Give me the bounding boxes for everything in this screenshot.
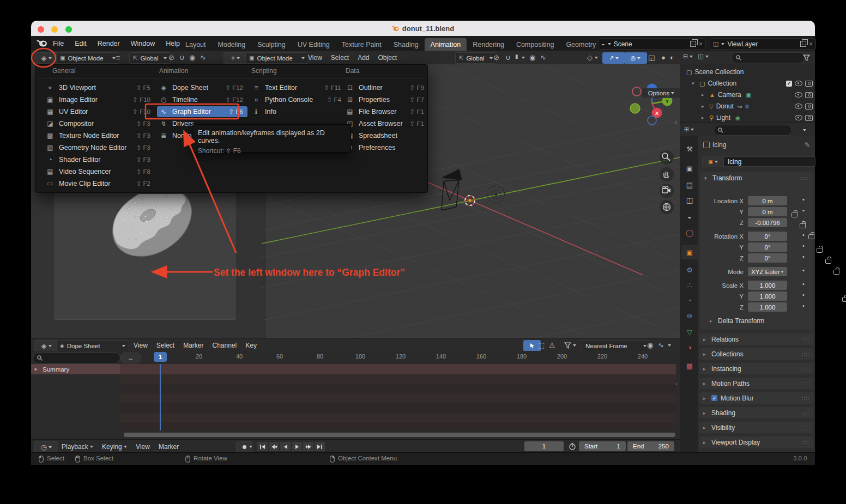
overlays-toggle[interactable]: ◎ xyxy=(624,52,647,64)
falloff-curve-icon[interactable]: ∿ xyxy=(200,54,206,61)
menu-playback[interactable]: Playback xyxy=(57,440,98,453)
animate-dot-icon[interactable]: • xyxy=(802,302,805,309)
scale-y-field[interactable]: 1.000 xyxy=(748,292,787,301)
panel-shading[interactable]: ▸Shading:::: xyxy=(699,407,813,418)
tab-rendering[interactable]: Rendering xyxy=(467,38,510,51)
disclosure-triangle-icon[interactable]: ▸ xyxy=(702,92,706,98)
outliner-label[interactable]: Donut xyxy=(716,102,734,110)
viewlayer-selector[interactable]: ◫ ViewLayer × xyxy=(710,38,816,50)
main-orientation-select[interactable]: ⇱ Global xyxy=(455,52,497,64)
menu-item-file-browser[interactable]: ▤File Browser⇧ F1 xyxy=(343,106,428,117)
panel-motion-paths[interactable]: ▸Motion Paths:::: xyxy=(699,378,813,389)
pivot-point-icon[interactable]: ⊘ xyxy=(168,54,174,61)
current-frame-line[interactable] xyxy=(160,364,161,430)
tab-view-layer[interactable]: ◫ xyxy=(681,193,698,207)
menu-marker[interactable]: Marker xyxy=(179,338,208,352)
menu-window[interactable]: Window xyxy=(125,36,160,51)
menu-item-uv-editor[interactable]: ▦UV Editor⇧ F10 xyxy=(44,106,155,117)
menu-keying[interactable]: Keying xyxy=(98,440,131,453)
tab-physics[interactable]: ◔ xyxy=(681,293,698,307)
options-dropdown[interactable]: Options xyxy=(642,88,680,98)
tab-constraints[interactable]: ⊚ xyxy=(681,308,698,323)
horizontal-scrollbar[interactable] xyxy=(124,433,675,437)
panel-instancing[interactable]: ▸Instancing:::: xyxy=(699,363,813,374)
tab-texture-paint[interactable]: Texture Paint xyxy=(336,38,388,51)
end-frame-field[interactable]: End250 xyxy=(627,441,674,451)
disable-render-camera-icon[interactable] xyxy=(805,81,813,87)
chevron-down-icon[interactable] xyxy=(803,129,806,131)
tab-scene[interactable]: ◒ xyxy=(681,209,698,223)
rotation-z-field[interactable]: 0° xyxy=(748,253,787,263)
menu-view[interactable]: View xyxy=(131,440,154,453)
previous-keyframe-button[interactable] xyxy=(268,441,280,452)
tab-object-data[interactable]: ▽ xyxy=(681,325,698,339)
menu-item-shader-editor[interactable]: ◔Shader Editor⇧ F3 xyxy=(44,154,155,165)
tab-shading[interactable]: Shading xyxy=(388,38,425,51)
tab-geometry-nodes[interactable]: Geometry Nodes xyxy=(560,38,597,51)
left-orientation-select[interactable]: ⇱ Global xyxy=(129,52,171,64)
outliner-row-light[interactable]: ▸ ⚲ Light ◉ xyxy=(702,112,813,123)
lock-icon[interactable] xyxy=(791,212,797,217)
shading-solid-icon[interactable]: ● xyxy=(661,54,666,61)
tab-world[interactable]: ◯ xyxy=(681,226,698,240)
next-keyframe-button[interactable] xyxy=(303,441,314,452)
outliner-row-donut[interactable]: ▸ ▽ Donut ↝ ⚙ xyxy=(702,101,813,112)
menu-select[interactable]: Select xyxy=(152,338,179,352)
menu-item-image-editor[interactable]: ▣Image Editor⇧ F10 xyxy=(44,94,155,105)
pin-icon[interactable]: ✎ xyxy=(805,141,810,149)
shading-material-icon[interactable]: ◐ xyxy=(670,54,674,61)
animate-dot-icon[interactable]: • xyxy=(802,196,805,203)
tab-layout[interactable]: Layout xyxy=(179,38,212,51)
proportional-editing-icon[interactable]: ◉ xyxy=(529,54,535,61)
duplicate-viewlayer-icon[interactable] xyxy=(800,41,806,47)
falloff-curve-icon[interactable]: ∿ xyxy=(540,54,546,61)
menu-item-texture-node-editor[interactable]: ▩Texture Node Editor⇧ F3 xyxy=(44,130,155,141)
outliner-label[interactable]: Light xyxy=(716,114,730,122)
play-button[interactable] xyxy=(291,441,303,452)
location-x-field[interactable]: 0 m xyxy=(748,196,787,205)
panel-viewport-display[interactable]: ▸Viewport Display:::: xyxy=(699,436,813,448)
stopwatch-icon[interactable] xyxy=(569,442,576,450)
left-mode-select[interactable]: ▣ Object Mode xyxy=(56,52,119,64)
object-id-icon-button[interactable]: ▣ xyxy=(702,156,724,167)
editor-type-button[interactable]: ◈ xyxy=(34,52,58,64)
menu-item-compositor[interactable]: ◪Compositor⇧ F3 xyxy=(44,118,155,129)
menu-item-spreadsheet[interactable]: ▦Spreadsheet xyxy=(343,130,428,141)
scale-z-field[interactable]: 1.000 xyxy=(748,302,787,312)
rotation-x-field[interactable]: 0° xyxy=(748,232,787,241)
outliner-search-input[interactable] xyxy=(732,52,805,63)
rotation-mode-select[interactable]: XYZ Euler xyxy=(748,267,787,276)
menu-item-python-console[interactable]: »Python Console⇧ F4 xyxy=(250,94,346,105)
panel-expand-icon[interactable]: ▾ xyxy=(704,175,709,181)
menu-item-properties[interactable]: ⊞Properties⇧ F7 xyxy=(343,94,428,105)
panel-relations[interactable]: ▸Relations:::: xyxy=(699,333,813,345)
menu-add[interactable]: Add xyxy=(353,51,373,64)
menu-item-movie-clip-editor[interactable]: ▭Movie Clip Editor⇧ F2 xyxy=(44,178,155,189)
menu-edit[interactable]: Edit xyxy=(69,36,92,51)
hide-eye-icon[interactable] xyxy=(795,92,802,98)
minimize-window-button[interactable] xyxy=(51,26,58,33)
animate-dot-icon[interactable]: • xyxy=(802,218,805,224)
tab-uv-editing[interactable]: UV Editing xyxy=(292,38,336,51)
tab-compositing[interactable]: Compositing xyxy=(510,38,560,51)
breadcrumb-label[interactable]: Icing xyxy=(712,141,726,149)
menu-item-3d-viewport[interactable]: ⌖3D Viewport⇧ F5 xyxy=(44,82,155,93)
lock-icon[interactable] xyxy=(825,259,831,264)
expand-range-button[interactable]: ↔ xyxy=(120,353,141,363)
scale-x-field[interactable]: 1.000 xyxy=(748,281,787,290)
menu-view[interactable]: View xyxy=(129,338,152,352)
hide-eye-icon[interactable] xyxy=(795,104,802,109)
outliner-row-collection[interactable]: ▾ ▢ Collection ✓ xyxy=(692,78,813,89)
menu-render[interactable]: Render xyxy=(92,36,125,51)
lock-icon[interactable] xyxy=(842,297,846,302)
tab-sculpting[interactable]: Sculpting xyxy=(251,38,291,51)
falloff-curve-icon[interactable]: ∿ xyxy=(658,342,664,349)
scene-selector[interactable]: ◒ Scene × xyxy=(598,38,706,50)
animate-dot-icon[interactable]: • xyxy=(802,232,805,238)
tab-particles[interactable]: ∴ xyxy=(681,278,698,292)
panel-motion-blur[interactable]: ▸✓Motion Blur:::: xyxy=(699,392,813,404)
proportional-editing-icon[interactable]: ◉ xyxy=(647,342,653,349)
timeline-editor-button[interactable]: ◷ xyxy=(34,441,58,453)
menu-channel[interactable]: Channel xyxy=(208,338,241,352)
disclosure-triangle-icon[interactable]: ▾ xyxy=(34,367,39,372)
